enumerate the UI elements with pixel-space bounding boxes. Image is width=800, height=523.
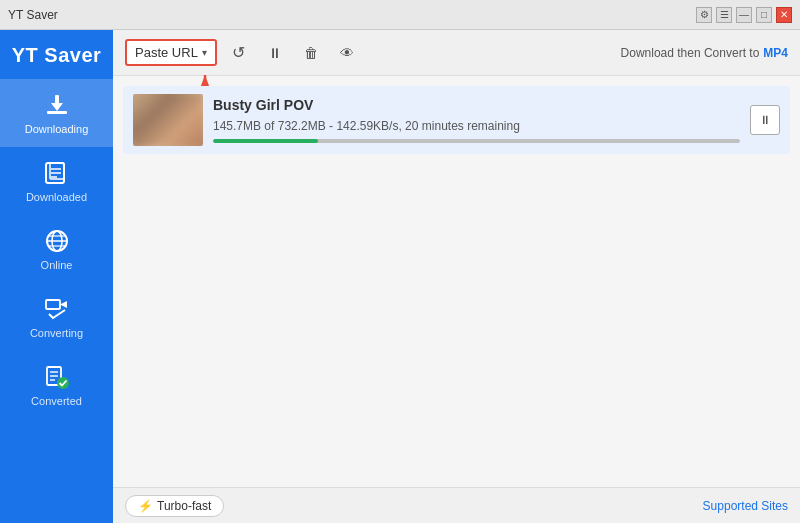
menu-icon[interactable]: ☰ (716, 7, 732, 23)
format-link[interactable]: MP4 (763, 46, 788, 60)
download-thumbnail (133, 94, 203, 146)
title-bar-controls[interactable]: ⚙ ☰ — □ ✕ (696, 7, 792, 23)
download-item: Busty Girl POV 145.7MB of 732.2MB - 142.… (123, 86, 790, 154)
undo-button[interactable]: ↺ (225, 39, 253, 67)
progress-bar-fill (213, 139, 318, 143)
paste-url-button[interactable]: Paste URL ▾ (125, 39, 217, 66)
thumb-blur (133, 94, 203, 146)
download-title: Busty Girl POV (213, 97, 740, 113)
progress-bar-bg (213, 139, 740, 143)
svg-marker-14 (60, 301, 67, 308)
turbo-fast-button[interactable]: ⚡ Turbo-fast (125, 495, 224, 517)
sidebar-item-converting-label: Converting (30, 327, 83, 339)
bottom-bar: ⚡ Turbo-fast Supported Sites (113, 487, 800, 523)
title-bar-text: YT Saver (8, 8, 58, 22)
sidebar-item-downloaded[interactable]: Downloaded (0, 147, 113, 215)
download-icon (43, 91, 71, 119)
pause-all-button[interactable]: ⏸ (261, 39, 289, 67)
sidebar: YT Saver Downloading Downloaded (0, 30, 113, 523)
toolbar-right: Download then Convert to MP4 (621, 46, 788, 60)
main-content: Paste URL ▾ ↺ (113, 30, 800, 523)
close-icon[interactable]: ✕ (776, 7, 792, 23)
toolbar: Paste URL ▾ ↺ (113, 30, 800, 76)
download-info: Busty Girl POV 145.7MB of 732.2MB - 142.… (213, 97, 740, 143)
pause-button[interactable]: ⏸ (750, 105, 780, 135)
turbo-label: Turbo-fast (157, 499, 211, 513)
converted-icon (43, 363, 71, 391)
sidebar-item-downloading[interactable]: Downloading (0, 79, 113, 147)
minimize-icon[interactable]: — (736, 7, 752, 23)
sidebar-item-downloaded-label: Downloaded (26, 191, 87, 203)
app-logo: YT Saver (12, 38, 102, 79)
convert-label: Download then Convert to (621, 46, 760, 60)
download-list: Busty Girl POV 145.7MB of 732.2MB - 142.… (113, 76, 800, 487)
sidebar-item-online-label: Online (41, 259, 73, 271)
sidebar-item-converted-label: Converted (31, 395, 82, 407)
svg-rect-13 (46, 300, 60, 309)
svg-marker-2 (51, 103, 63, 111)
online-icon (43, 227, 71, 255)
maximize-icon[interactable]: □ (756, 7, 772, 23)
settings-icon[interactable]: ⚙ (696, 7, 712, 23)
sidebar-item-online[interactable]: Online (0, 215, 113, 283)
sidebar-item-converted[interactable]: Converted (0, 351, 113, 419)
downloaded-icon (43, 159, 71, 187)
view-button[interactable]: 👁 (333, 39, 361, 67)
app-body: YT Saver Downloading Downloaded (0, 30, 800, 523)
toolbar-left: Paste URL ▾ ↺ (125, 39, 361, 67)
dropdown-arrow-icon: ▾ (202, 47, 207, 58)
title-bar: YT Saver ⚙ ☰ — □ ✕ (0, 0, 800, 30)
delete-button[interactable]: 🗑 (297, 39, 325, 67)
download-stats: 145.7MB of 732.2MB - 142.59KB/s, 20 minu… (213, 119, 740, 133)
svg-point-19 (57, 377, 69, 389)
lightning-icon: ⚡ (138, 499, 153, 513)
supported-sites-link[interactable]: Supported Sites (703, 499, 788, 513)
svg-rect-0 (47, 111, 67, 114)
sidebar-item-downloading-label: Downloading (25, 123, 89, 135)
sidebar-item-converting[interactable]: Converting (0, 283, 113, 351)
converting-icon (43, 295, 71, 323)
title-bar-left: YT Saver (8, 8, 58, 22)
paste-url-label: Paste URL (135, 45, 198, 60)
